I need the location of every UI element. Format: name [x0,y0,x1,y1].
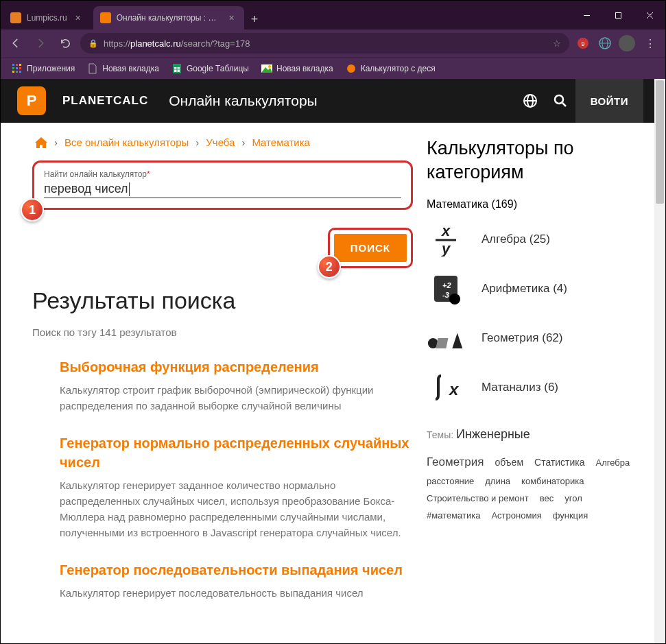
tag-link[interactable]: Статистика [534,457,585,468]
category-item-calculus[interactable]: x Матанализ (6) [427,368,632,407]
close-tab-icon[interactable]: × [73,12,84,23]
svg-line-30 [562,103,566,106]
bookmark-item[interactable]: Новая вкладка [82,60,165,77]
tag-link[interactable]: функция [553,510,588,521]
tag-link[interactable]: объем [495,457,524,468]
breadcrumb-home-icon[interactable] [35,137,47,148]
integral-icon: x [427,368,465,407]
chevron-right-icon: › [195,136,199,148]
url-field[interactable]: 🔒 https://planetcalc.ru/search/?tag=178 … [80,33,569,53]
bookmark-label: Калькулятор с деся [361,64,436,73]
annotation-badge-2: 2 [318,255,341,278]
breadcrumb-link[interactable]: Учеба [206,136,235,148]
tag-link[interactable]: Астрономия [491,510,541,521]
category-item-algebra[interactable]: xy Алгебра (25) [427,220,632,259]
favicon-icon [100,12,111,23]
svg-text:x: x [441,222,451,239]
bookmark-item[interactable]: Калькулятор с деся [340,60,441,77]
result-description: Калькулятор строит график выборочной (эм… [60,382,413,414]
browser-tab-active[interactable]: Онлайн калькуляторы : Учеба : × [93,6,244,29]
bookmark-label: Google Таблицы [187,64,249,73]
tag-link[interactable]: #математика [427,510,480,521]
site-logo[interactable]: P [17,86,46,115]
maximize-button[interactable] [602,4,634,26]
lock-icon: 🔒 [88,39,98,48]
address-bar: 🔒 https://planetcalc.ru/search/?tag=178 … [1,29,665,57]
svg-point-29 [555,95,563,104]
profile-avatar[interactable] [619,35,635,51]
search-field-label: Найти онлайн калькулятор* [44,169,401,179]
bookmark-star-icon[interactable]: ☆ [553,38,561,49]
url-text: https://planetcalc.ru/search/?tag=178 [104,38,547,49]
svg-rect-17 [19,71,21,73]
browser-tab[interactable]: Lumpics.ru × [3,6,91,29]
bookmark-item[interactable]: Google Таблицы [166,60,254,77]
apps-button[interactable]: Приложения [6,60,80,77]
category-item-arithmetic[interactable]: +2-3 Арифметика (4) [427,270,632,308]
tag-link[interactable]: угол [564,493,582,503]
search-button[interactable]: ПОИСК [334,234,407,262]
result-description: Калькулятор генерирует последовательност… [60,585,413,601]
forward-button[interactable] [31,34,50,53]
login-button[interactable]: ВОЙТИ [575,79,643,123]
tag-link[interactable]: вес [540,493,554,503]
tag-link[interactable]: Строительство и ремонт [427,493,529,503]
svg-text:9: 9 [581,40,584,47]
category-label: Алгебра (25) [481,232,550,246]
tag-link[interactable]: расстояние [427,476,474,486]
window-titlebar: Lumpics.ru × Онлайн калькуляторы : Учеба… [1,1,665,29]
breadcrumb-link[interactable]: Математика [252,136,310,148]
new-tab-button[interactable]: + [244,12,265,27]
svg-point-25 [347,64,355,73]
svg-text:+2: +2 [442,281,451,289]
tag-link[interactable]: длина [485,476,510,486]
geometry-icon [427,319,465,357]
site-subtitle: Онлайн калькуляторы [169,93,514,109]
category-label: Арифметика (4) [481,282,567,296]
header-search-button[interactable] [545,86,575,116]
svg-point-37 [449,294,460,305]
tag-link[interactable]: Алгебра [596,457,630,468]
breadcrumb: › Все онлайн калькуляторы › Учеба › Мате… [35,136,413,148]
svg-point-24 [268,65,271,68]
close-button[interactable] [634,4,665,26]
minimize-button[interactable] [571,4,602,26]
bookmark-label: Новая вкладка [102,64,159,73]
language-button[interactable] [515,86,545,116]
theme-main-link[interactable]: Инженерные [456,427,530,441]
reload-button[interactable] [56,34,75,53]
site-brand[interactable]: PLANETCALC [62,94,148,108]
category-item-geometry[interactable]: Геометрия (62) [427,319,632,357]
search-input[interactable]: перевод чисел [44,179,401,198]
scrollbar-thumb[interactable] [656,80,664,204]
back-button[interactable] [6,34,25,53]
breadcrumb-link[interactable]: Все онлайн калькуляторы [64,136,189,148]
site-header: P PLANETCALC Онлайн калькуляторы ВОЙТИ [1,79,654,123]
svg-rect-11 [19,64,21,66]
tag-link[interactable]: Геометрия [427,455,484,469]
close-tab-icon[interactable]: × [226,12,237,23]
svg-rect-10 [16,64,18,66]
sheets-icon [171,63,182,74]
results-subtitle: Поиск по тэгу 141 результатов [32,326,413,338]
algebra-icon: xy [427,220,465,259]
arithmetic-icon: +2-3 [427,270,465,308]
calc-icon [346,63,357,74]
browser-menu-button[interactable]: ⋮ [641,37,660,50]
category-top[interactable]: Математика (169) [427,198,632,211]
svg-marker-40 [452,333,462,348]
extension-icon[interactable]: 9 [575,35,591,51]
svg-rect-9 [12,64,14,66]
svg-rect-14 [19,67,21,69]
globe-extension-icon[interactable] [597,35,613,51]
svg-rect-15 [12,71,14,73]
result-link[interactable]: Генератор нормально распределенных случа… [60,433,413,472]
bookmark-item[interactable]: Новая вкладка [256,60,339,77]
svg-rect-13 [16,67,18,69]
search-box: Найти онлайн калькулятор* перевод чисел … [32,160,413,210]
doc-icon [87,63,98,74]
result-link[interactable]: Выборочная функция распределения [60,357,413,377]
tag-link[interactable]: комбинаторика [521,476,584,486]
vertical-scrollbar[interactable] [654,79,665,643]
result-link[interactable]: Генератор последовательности выпадания ч… [60,560,413,580]
